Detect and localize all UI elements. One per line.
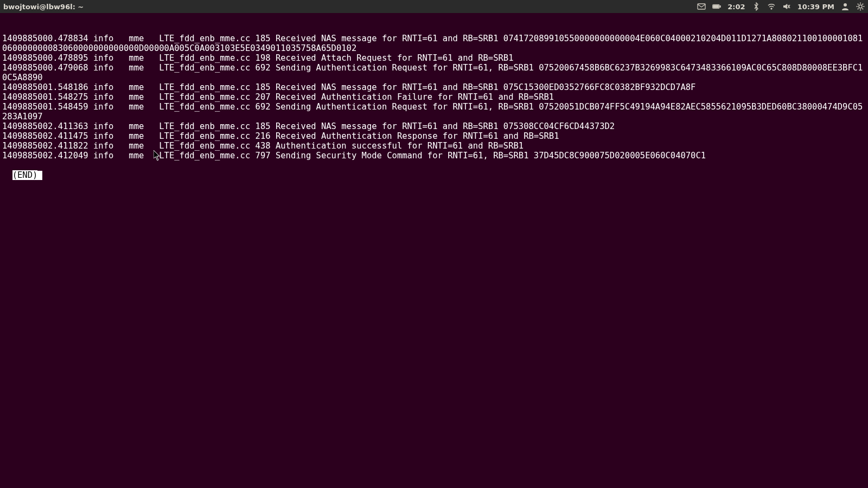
- terminal-cursor: [37, 171, 42, 180]
- terminal-output[interactable]: 1409885000.478834 info mme LTE_fdd_enb_m…: [0, 13, 868, 181]
- menubar: bwojtowi@lbw96l: ~ 2:02 10:39 PM: [0, 0, 868, 13]
- log-line: 1409885000.478895 info mme LTE_fdd_enb_m…: [2, 53, 866, 63]
- svg-point-8: [859, 5, 862, 8]
- svg-point-4: [770, 8, 771, 9]
- svg-rect-2: [720, 5, 721, 7]
- window-title: bwojtowi@lbw96l: ~: [3, 3, 84, 11]
- log-line: 1409885000.479068 info mme LTE_fdd_enb_m…: [2, 63, 866, 82]
- log-lines-container: 1409885000.478834 info mme LTE_fdd_enb_m…: [2, 34, 866, 160]
- bluetooth-icon[interactable]: [752, 2, 761, 11]
- svg-line-15: [858, 8, 859, 9]
- wifi-icon[interactable]: [767, 2, 776, 11]
- log-line: 1409885002.411822 info mme LTE_fdd_enb_m…: [2, 141, 866, 151]
- svg-rect-3: [713, 5, 719, 8]
- system-tray: 2:02 10:39 PM: [697, 2, 865, 11]
- svg-line-16: [862, 4, 863, 5]
- log-line: 1409885001.548275 info mme LTE_fdd_enb_m…: [2, 92, 866, 102]
- log-line: 1409885001.548186 info mme LTE_fdd_enb_m…: [2, 82, 866, 92]
- mail-icon[interactable]: [697, 2, 706, 11]
- log-line: 1409885002.411363 info mme LTE_fdd_enb_m…: [2, 121, 866, 131]
- log-line: 1409885002.412049 info mme LTE_fdd_enb_m…: [2, 151, 866, 160]
- pager-end-marker: (END): [12, 170, 38, 180]
- svg-point-7: [844, 3, 847, 7]
- battery-time: 2:02: [727, 3, 745, 11]
- volume-muted-icon[interactable]: [782, 2, 791, 11]
- log-line: 1409885002.411475 info mme LTE_fdd_enb_m…: [2, 131, 866, 141]
- svg-line-14: [862, 8, 863, 9]
- svg-line-13: [858, 4, 859, 5]
- user-icon[interactable]: [841, 2, 850, 11]
- log-line: 1409885000.478834 info mme LTE_fdd_enb_m…: [2, 34, 866, 53]
- svg-rect-0: [698, 4, 705, 9]
- clock[interactable]: 10:39 PM: [797, 3, 834, 11]
- log-line: 1409885001.548459 info mme LTE_fdd_enb_m…: [2, 102, 866, 121]
- battery-icon[interactable]: [712, 2, 721, 11]
- gear-icon[interactable]: [856, 2, 865, 11]
